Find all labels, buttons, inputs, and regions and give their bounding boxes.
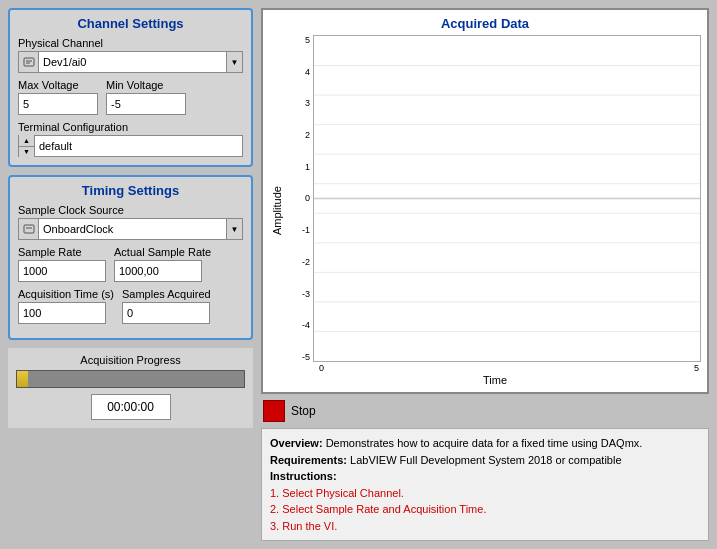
timing-settings-title: Timing Settings xyxy=(18,183,243,198)
sample-rate-group: Sample Rate xyxy=(18,246,106,282)
stop-label: Stop xyxy=(291,404,316,418)
info-step2: 2. Select Sample Rate and Acquisition Ti… xyxy=(270,501,700,518)
overview-text: Demonstrates how to acquire data for a f… xyxy=(323,437,643,449)
terminal-config-down-btn[interactable]: ▼ xyxy=(19,147,34,158)
actual-sample-rate-label: Actual Sample Rate xyxy=(114,246,211,258)
info-overview: Overview: Demonstrates how to acquire da… xyxy=(270,435,700,452)
sample-clock-label: Sample Clock Source xyxy=(18,204,243,216)
info-box: Overview: Demonstrates how to acquire da… xyxy=(261,428,709,541)
main-container: Channel Settings Physical Channel Dev1/a… xyxy=(0,0,717,549)
physical-channel-select[interactable]: Dev1/ai0 ▼ xyxy=(18,51,243,73)
acq-time-input[interactable] xyxy=(18,302,106,324)
acquisition-section: Acquisition Progress 00:00:00 xyxy=(8,348,253,428)
actual-sample-rate-group: Actual Sample Rate xyxy=(114,246,211,282)
right-panel: Acquired Data Amplitude 5 4 3 2 1 0 -1 xyxy=(261,8,709,541)
samples-acquired-label: Samples Acquired xyxy=(122,288,211,300)
terminal-config-value: default xyxy=(35,140,242,152)
terminal-config-up-btn[interactable]: ▲ xyxy=(19,135,34,147)
chart-plot-area xyxy=(313,35,701,362)
acq-time-group: Acquisition Time (s) xyxy=(18,288,114,324)
x-tick-5: 5 xyxy=(694,363,699,373)
svg-rect-3 xyxy=(24,225,34,233)
samples-acquired-input[interactable] xyxy=(122,302,210,324)
sample-rate-row: Sample Rate Actual Sample Rate xyxy=(18,246,243,282)
min-voltage-group: Min Voltage xyxy=(106,79,186,115)
stop-row: Stop xyxy=(261,400,709,422)
timer-display: 00:00:00 xyxy=(91,394,171,420)
y-axis-ticks: 5 4 3 2 1 0 -1 -2 -3 -4 -5 xyxy=(289,35,313,362)
chart-box: Acquired Data Amplitude 5 4 3 2 1 0 -1 xyxy=(261,8,709,394)
stop-icon xyxy=(263,400,285,422)
voltage-row: Max Voltage Min Voltage xyxy=(18,79,243,115)
channel-settings-box: Channel Settings Physical Channel Dev1/a… xyxy=(8,8,253,167)
max-voltage-input[interactable] xyxy=(18,93,98,115)
stop-button[interactable]: Stop xyxy=(263,400,316,422)
progress-bar-container xyxy=(16,370,245,388)
acq-time-label: Acquisition Time (s) xyxy=(18,288,114,300)
terminal-config-spinner[interactable]: ▲ ▼ default xyxy=(18,135,243,157)
acq-time-row: Acquisition Time (s) Samples Acquired xyxy=(18,288,243,324)
requirements-text: LabVIEW Full Development System 2018 or … xyxy=(347,454,622,466)
requirements-label: Requirements: xyxy=(270,454,347,466)
sample-clock-select[interactable]: OnboardClock ▼ xyxy=(18,218,243,240)
sample-rate-label: Sample Rate xyxy=(18,246,106,258)
terminal-config-spinner-buttons: ▲ ▼ xyxy=(19,135,35,157)
info-instructions-label: Instructions: xyxy=(270,468,700,485)
max-voltage-label: Max Voltage xyxy=(18,79,98,91)
channel-settings-title: Channel Settings xyxy=(18,16,243,31)
terminal-config-label: Terminal Configuration xyxy=(18,121,243,133)
actual-sample-rate-input[interactable] xyxy=(114,260,202,282)
x-axis-ticks: 0 5 xyxy=(317,362,701,374)
chart-title: Acquired Data xyxy=(269,16,701,31)
info-step1: 1. Select Physical Channel. xyxy=(270,485,700,502)
physical-channel-value: Dev1/ai0 xyxy=(39,56,226,68)
y-axis-label: Amplitude xyxy=(269,35,285,386)
overview-label: Overview: xyxy=(270,437,323,449)
physical-channel-icon xyxy=(19,52,39,72)
max-voltage-group: Max Voltage xyxy=(18,79,98,115)
sample-rate-input[interactable] xyxy=(18,260,106,282)
svg-rect-0 xyxy=(24,58,34,66)
sample-clock-dropdown-arrow[interactable]: ▼ xyxy=(226,219,242,239)
x-tick-0: 0 xyxy=(319,363,324,373)
samples-acquired-group: Samples Acquired xyxy=(122,288,211,324)
chart-area: Amplitude 5 4 3 2 1 0 -1 -2 xyxy=(269,35,701,386)
left-panel: Channel Settings Physical Channel Dev1/a… xyxy=(8,8,253,541)
physical-channel-label: Physical Channel xyxy=(18,37,243,49)
x-axis-label: Time xyxy=(289,374,701,386)
min-voltage-label: Min Voltage xyxy=(106,79,186,91)
sample-clock-value: OnboardClock xyxy=(39,223,226,235)
min-voltage-input[interactable] xyxy=(106,93,186,115)
physical-channel-dropdown-arrow[interactable]: ▼ xyxy=(226,52,242,72)
timing-settings-box: Timing Settings Sample Clock Source Onbo… xyxy=(8,175,253,340)
info-step3: 3. Run the VI. xyxy=(270,518,700,535)
progress-bar-fill xyxy=(17,371,28,387)
chart-svg xyxy=(314,36,700,361)
acquisition-title: Acquisition Progress xyxy=(16,354,245,366)
sample-clock-icon xyxy=(19,219,39,239)
info-requirements: Requirements: LabVIEW Full Development S… xyxy=(270,452,700,469)
